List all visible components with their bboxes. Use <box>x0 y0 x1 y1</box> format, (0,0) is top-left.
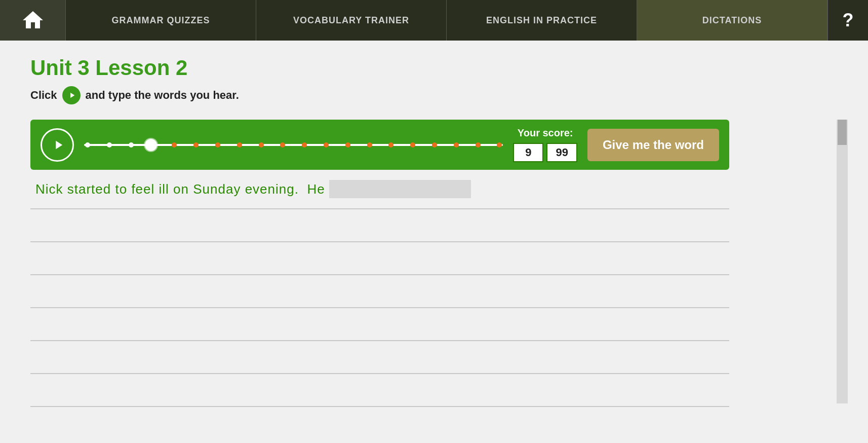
dictation-area: Nick started to feel ill on Sunday eveni… <box>30 170 729 407</box>
nav-english-in-practice[interactable]: ENGLISH IN PRACTICE <box>447 0 637 41</box>
dictation-line-1: Nick started to feel ill on Sunday eveni… <box>30 170 729 209</box>
dot <box>497 142 502 147</box>
scrollbar-thumb[interactable] <box>838 120 847 145</box>
home-button[interactable] <box>0 0 66 41</box>
dot <box>454 142 459 147</box>
dot <box>302 142 307 147</box>
instruction-play-icon[interactable] <box>62 86 81 104</box>
play-icon <box>51 138 65 152</box>
dictation-line-7 <box>30 374 729 407</box>
main-content: Unit 3 Lesson 2 Click and type the words… <box>0 41 868 443</box>
navigation-bar: GRAMMAR QUIZZES VOCABULARY TRAINER ENGLI… <box>0 0 868 41</box>
audio-player-bar: Your score: 9 99 Give me the word <box>30 120 729 170</box>
dictation-line-2 <box>30 209 729 242</box>
dot <box>107 142 112 147</box>
help-button[interactable]: ? <box>827 0 868 41</box>
dot <box>193 142 199 147</box>
nav-vocabulary-trainer[interactable]: VOCABULARY TRAINER <box>256 0 447 41</box>
audio-timeline[interactable] <box>84 137 503 153</box>
scrollbar[interactable] <box>837 120 848 403</box>
play-button[interactable] <box>41 128 74 162</box>
dot <box>367 142 372 147</box>
dot <box>345 142 350 147</box>
score-attempts: 9 <box>513 143 543 162</box>
dot <box>259 142 264 147</box>
dot <box>85 142 90 147</box>
lesson-title: Unit 3 Lesson 2 <box>30 56 848 80</box>
nav-grammar-quizzes[interactable]: GRAMMAR QUIZZES <box>66 0 256 41</box>
timeline-track <box>84 144 503 146</box>
dot <box>129 142 134 147</box>
score-values: 9 99 <box>513 143 577 162</box>
dot <box>476 142 481 147</box>
dot <box>237 142 242 147</box>
dot <box>215 142 220 147</box>
dictation-line-5 <box>30 308 729 341</box>
dot <box>432 142 437 147</box>
dictation-line-4 <box>30 275 729 308</box>
give-word-button[interactable]: Give me the word <box>587 129 719 161</box>
dictation-input-1[interactable] <box>329 180 471 198</box>
home-icon <box>21 8 45 32</box>
score-section: Your score: 9 99 <box>513 127 577 162</box>
dot <box>324 142 329 147</box>
dictation-line-3 <box>30 242 729 275</box>
dot <box>280 142 285 147</box>
score-points: 99 <box>546 143 577 162</box>
timeline-thumb[interactable] <box>145 139 157 151</box>
dot <box>172 142 177 147</box>
dot <box>410 142 415 147</box>
dictation-line-6 <box>30 341 729 374</box>
dictation-text-1: Nick started to feel ill on Sunday eveni… <box>35 181 325 197</box>
lesson-instruction: Click and type the words you hear. <box>30 86 848 104</box>
play-triangle-icon <box>67 91 76 100</box>
nav-dictations[interactable]: DICTATIONS <box>637 0 827 41</box>
dot <box>388 142 393 147</box>
